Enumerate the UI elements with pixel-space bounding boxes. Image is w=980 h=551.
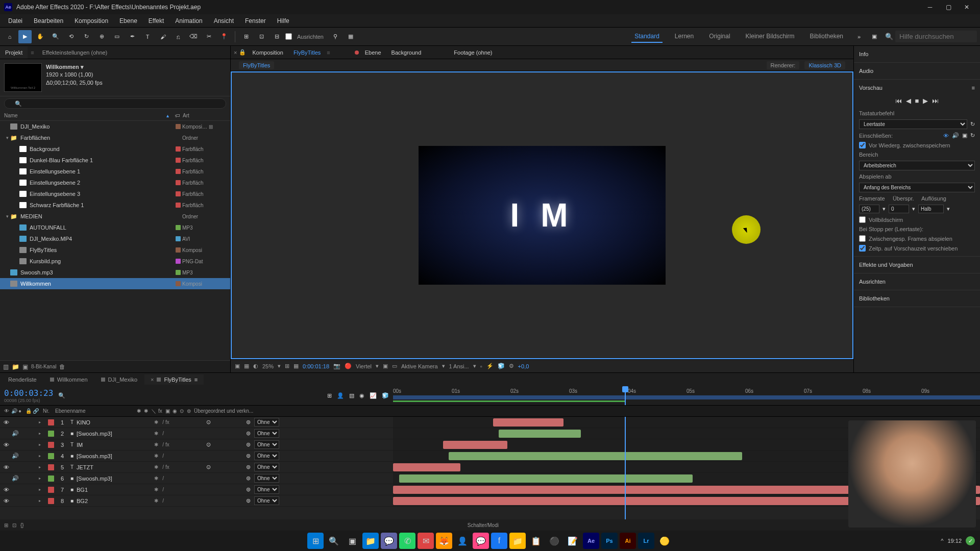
libraries-panel-header[interactable]: Bibliotheken [859,293,975,304]
next-frame-button[interactable]: ▶ [923,97,928,105]
tray-status-icon[interactable]: ✓ [966,536,975,545]
minimize-button[interactable]: ─ [921,0,939,14]
explorer-app[interactable]: 📁 [362,533,379,549]
toggle-modes-icon[interactable]: ⊡ [12,522,16,528]
channel-icon[interactable]: 🔴 [345,363,352,369]
project-item[interactable]: DJI_Mexiko Komposi… ⊞ [0,121,230,132]
footage-tab[interactable]: Footage (ohne) [450,47,496,58]
trash-icon[interactable]: 🗑 [59,363,65,370]
chevron-down-icon[interactable]: ▾ [278,363,281,369]
camera-dropdown[interactable]: Aktive Kamera [401,363,438,369]
viewer-timecode[interactable]: 0:00:01:18 [303,363,329,369]
rotate-tool[interactable]: ↻ [80,30,93,43]
layer-row[interactable]: 👁 ▸ 7 ■ BG1 ✱ / ⊚ Ohne [0,484,980,495]
messenger-app[interactable]: 💬 [473,533,489,549]
start-button[interactable]: ⊞ [307,533,324,549]
workspace-bibliotheken[interactable]: Bibliotheken [807,31,846,43]
menu-bearbeiten[interactable]: Bearbeiten [29,15,68,27]
menu-fenster[interactable]: Fenster [240,15,271,27]
renderer-value[interactable]: Klassisch 3D [804,61,845,69]
snap-opt-icon[interactable]: ⚲ [329,30,342,43]
generic-app-1[interactable]: 👤 [454,533,471,549]
project-item[interactable]: AUTOUNFALL MP3 [0,222,230,233]
tab-willkommen[interactable]: Willkommen [44,374,94,385]
pixel-aspect-icon[interactable]: ▫ [480,363,482,369]
project-item[interactable]: Schwarz Farbfläche 1 Farbfläch [0,199,230,211]
project-item[interactable]: Dunkel-Blau Farbfläche 1 Farbfläch [0,155,230,166]
project-item[interactable]: DJI_Mexiko.MP4 AVI [0,233,230,244]
sort-icon[interactable]: ▴ [162,113,173,118]
res-input[interactable] [918,205,944,213]
after-effects-app[interactable]: Ae [583,533,599,549]
workspace-more-icon[interactable]: » [852,30,866,43]
comp-mini-icon[interactable]: ⊞ [327,392,332,399]
snap-checkbox[interactable] [285,33,292,40]
brush-tool[interactable]: 🖌 [156,30,169,43]
current-timecode[interactable]: 0:00:03:23 [4,388,53,398]
workspace-original[interactable]: Original [706,31,733,43]
layer-row[interactable]: 🔊 ▸ 4 ■ [Swoosh.mp3] ✱ / ⊚ Ohne [0,450,980,462]
maximize-button[interactable]: ▢ [939,0,958,14]
puppet-tool[interactable]: 📍 [217,30,231,43]
project-item[interactable]: Swoosh.mp3 MP3 [0,267,230,278]
audio-panel-header[interactable]: Audio [859,66,975,76]
photoshop-app[interactable]: Ps [601,533,618,549]
help-search-input[interactable] [895,31,977,42]
chevron-down-icon[interactable]: ▾ [883,206,886,212]
cache-checkbox[interactable] [859,142,866,148]
interpret-icon[interactable]: ▥ [3,363,9,370]
project-item[interactable]: ▾ 📁 MEDIEN Ordner [0,211,230,222]
project-tree[interactable]: DJI_Mexiko Komposi… ⊞ ▾ 📁 Farbflächen Or… [0,121,230,360]
flowchart-comp[interactable]: FlyByTitles [239,61,274,69]
project-item[interactable]: Willkommen Komposi [0,278,230,289]
text-tool[interactable]: T [141,30,154,43]
reset-icon[interactable]: ↻ [970,121,975,128]
mask-icon[interactable]: ◐ [253,363,258,369]
panel-menu-icon[interactable]: ≡ [972,85,975,91]
exposure[interactable]: +0,0 [518,363,529,369]
pen-tool[interactable]: ✒ [126,30,139,43]
prev-frame-button[interactable]: ◀ [906,97,911,105]
generic-app-3[interactable]: 🟡 [656,533,673,549]
region-icon[interactable]: ▭ [392,363,397,369]
tab-renderliste[interactable]: Renderliste [2,374,43,385]
comp-name[interactable]: Willkommen ▾ [46,63,226,71]
moblur-icon[interactable]: ◉ [359,392,364,399]
framerate-input[interactable] [859,205,879,213]
layer-row[interactable]: 👁 ▸ 3 T IM ✱ / fx ⊙ ⊚ Ohne [0,439,980,450]
anchor-tool[interactable]: ⊕ [95,30,108,43]
menu-ebene[interactable]: Ebene [114,15,142,27]
search-app[interactable]: 🔍 [326,533,342,549]
current-time-indicator[interactable] [625,386,626,405]
layer-row[interactable]: 👁 ▸ 8 ■ BG2 ✱ / ⊚ Ohne [0,495,980,507]
orbit-tool[interactable]: ⟲ [64,30,78,43]
workspace-reset-icon[interactable]: ▣ [868,30,881,43]
layer-row[interactable]: 🔊 ▸ 6 ■ [Swoosh.mp3] ✱ / ⊚ Ohne [0,473,980,484]
project-item[interactable]: Einstellungsebene 1 Farbfläch [0,166,230,177]
new-comp-icon[interactable]: ▣ [22,363,28,370]
range-select[interactable]: Arbeitsbereich [859,161,975,170]
movetime-checkbox[interactable] [859,245,866,252]
project-item[interactable]: Einstellungsebene 2 Farbfläch [0,177,230,188]
alpha-toggle-icon[interactable]: ▣ [235,363,240,369]
first-frame-button[interactable]: ⏮ [895,97,902,105]
bit-depth[interactable]: 8-Bit-Kanal [31,364,56,369]
align-panel-header[interactable]: Ausrichten [859,277,975,287]
draft3d-icon[interactable]: 🧊 [382,392,389,399]
viewport[interactable]: I M [231,71,853,359]
overlay-toggle-icon[interactable]: ▣ [962,132,967,139]
folder-app[interactable]: 📁 [509,533,526,549]
viewer-lock-icon[interactable]: 🔒 [239,49,246,56]
col-name-header[interactable]: Name [4,113,162,118]
layer-row[interactable]: 🔊 ▸ 2 ■ [Swoosh.mp3] ✱ / ⊚ Ohne [0,428,980,439]
cacheframes-checkbox[interactable] [859,235,866,242]
effect-controls-tab[interactable]: Effekteinstellungen (ohne) [37,46,113,59]
chevron-down-icon[interactable]: ▾ [912,206,915,212]
close-button[interactable]: ✕ [958,0,976,14]
zoom-level[interactable]: 25% [262,363,274,369]
shortcut-select[interactable]: Leertaste [859,119,967,129]
menu-hilfe[interactable]: Hilfe [272,15,295,27]
notes-app[interactable]: 📝 [565,533,581,549]
last-frame-button[interactable]: ⏭ [932,97,939,105]
selection-tool[interactable]: ▶ [18,30,32,43]
